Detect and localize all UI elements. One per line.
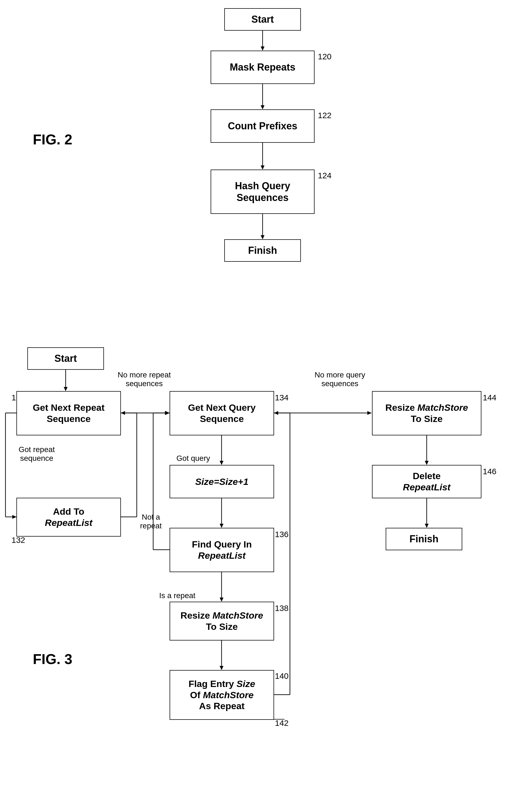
finish-box-fig3: Finish	[386, 528, 462, 550]
mask-repeats-box: Mask Repeats	[211, 51, 315, 84]
svg-marker-31	[274, 411, 278, 415]
svg-marker-5	[261, 166, 265, 170]
is-repeat-label: Is a repeat	[159, 591, 195, 600]
svg-marker-19	[165, 411, 169, 415]
svg-marker-1	[261, 46, 265, 51]
fig3-label: FIG. 3	[33, 651, 72, 667]
delete-repeatlist-box: DeleteRepeatList	[372, 465, 481, 498]
svg-marker-3	[261, 105, 265, 109]
start-box-fig2: Start	[224, 8, 301, 31]
ref-134: 134	[275, 393, 289, 402]
not-repeat-label: Not arepeat	[140, 513, 162, 530]
page: FIG. 2	[0, 0, 532, 789]
count-prefixes-box: Count Prefixes	[211, 109, 315, 143]
ref-124: 124	[318, 171, 331, 180]
ref-146: 146	[483, 467, 496, 476]
size-plus-box: Size=Size+1	[170, 465, 274, 498]
svg-marker-9	[64, 387, 68, 391]
svg-marker-21	[220, 461, 224, 465]
finish-box-fig2: Finish	[224, 239, 301, 262]
svg-marker-17	[121, 411, 125, 415]
svg-marker-39	[425, 461, 429, 465]
got-query-label: Got query	[176, 454, 210, 463]
ref-140: 140	[275, 671, 289, 681]
flag-entry-box: Flag Entry SizeOf MatchStoreAs Repeat	[170, 670, 274, 720]
svg-marker-13	[12, 515, 16, 519]
ref-120: 120	[318, 52, 331, 61]
svg-marker-23	[220, 524, 224, 528]
resize-matchstore-box: Resize MatchStoreTo Size	[170, 602, 274, 640]
ref-136: 136	[275, 530, 289, 539]
no-more-query-label: No more querysequences	[315, 370, 365, 388]
ref-144: 144	[483, 393, 496, 402]
ref-138: 138	[275, 603, 289, 613]
svg-marker-35	[166, 411, 170, 415]
ref-132: 132	[12, 536, 25, 545]
get-repeat-box: Get Next RepeatSequence	[16, 391, 121, 436]
svg-marker-25	[220, 598, 224, 602]
got-repeat-label: Got repeatsequence	[19, 445, 55, 463]
hash-query-box: Hash QuerySequences	[211, 170, 315, 214]
ref-122: 122	[318, 111, 331, 120]
resize-matchstore-right-box: Resize MatchStoreTo Size	[372, 391, 481, 436]
svg-marker-27	[220, 666, 224, 670]
svg-marker-7	[261, 235, 265, 239]
get-next-query-box: Get Next QuerySequence	[170, 391, 274, 436]
start-box-fig3: Start	[27, 347, 104, 370]
add-to-box: Add ToRepeatList	[16, 498, 121, 537]
find-query-box: Find Query InRepeatList	[170, 528, 274, 572]
no-more-repeat-label: No more repeatsequences	[118, 370, 171, 388]
svg-marker-37	[367, 411, 372, 415]
svg-marker-41	[425, 524, 429, 528]
fig2-label: FIG. 2	[33, 131, 72, 148]
ref-142: 142	[275, 718, 289, 728]
